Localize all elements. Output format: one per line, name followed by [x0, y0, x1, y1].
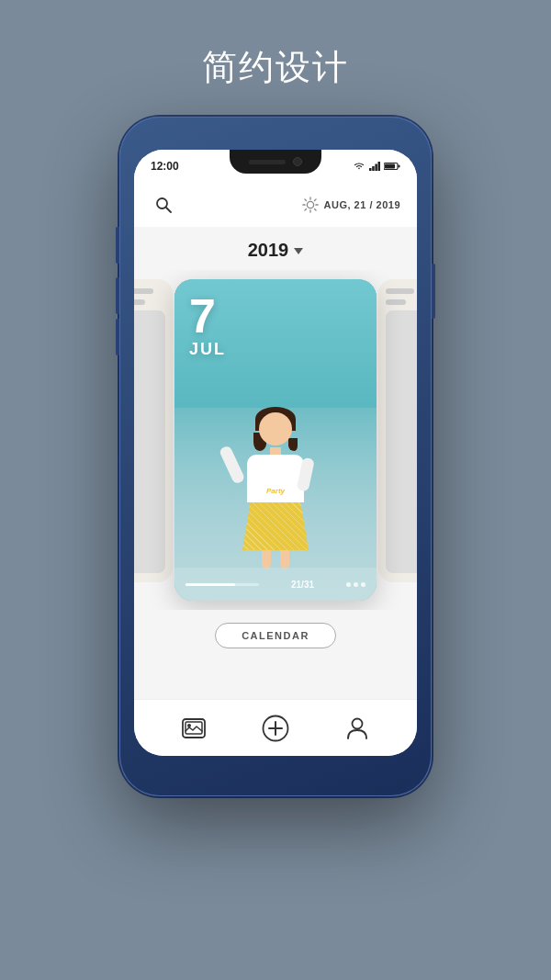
svg-line-15: [314, 209, 316, 211]
app-header: AUG, 21 / 2019: [134, 183, 417, 227]
svg-line-8: [166, 208, 171, 212]
card-date-overlay: 7 JUL: [189, 292, 226, 359]
wifi-icon: [353, 162, 365, 171]
svg-rect-1: [372, 166, 375, 171]
calendar-btn-wrap: CALENDAR: [215, 623, 336, 648]
year-label: 2019: [248, 240, 289, 261]
shirt-text: Party: [266, 487, 285, 495]
card-bottom-bar: 21/31: [174, 568, 377, 601]
add-icon: [262, 715, 289, 742]
peek-image: [386, 310, 417, 573]
search-button[interactable]: [151, 192, 176, 218]
svg-line-16: [314, 199, 316, 201]
profile-nav-button[interactable]: [337, 708, 377, 749]
card-page-count: 21/31: [291, 580, 314, 590]
svg-rect-2: [375, 164, 377, 172]
peek-line: [134, 288, 153, 294]
signal-icon: [369, 162, 380, 171]
svg-rect-0: [369, 168, 372, 171]
card-peek-left[interactable]: [134, 279, 173, 582]
notch: [230, 150, 321, 174]
card-progress-bar: [186, 583, 259, 586]
card-progress-fill: [186, 583, 235, 586]
status-time: 12:00: [151, 160, 179, 173]
header-date-section: AUG, 21 / 2019: [302, 197, 400, 213]
svg-line-14: [304, 199, 306, 201]
gallery-icon: [182, 718, 206, 738]
card-day-number: 7: [189, 292, 226, 340]
card-dot: [361, 582, 365, 587]
svg-point-9: [307, 201, 313, 208]
card-dot: [354, 582, 358, 587]
phone-screen: 12:00: [134, 150, 417, 756]
sun-icon: [302, 197, 319, 213]
app-content: 2019: [134, 227, 417, 699]
add-nav-button[interactable]: [255, 708, 296, 749]
person-icon: [346, 716, 368, 740]
svg-point-7: [157, 198, 167, 208]
search-icon: [154, 196, 173, 214]
card-peek-right[interactable]: [378, 279, 417, 582]
header-date: AUG, 21 / 2019: [324, 199, 400, 210]
status-icons: [353, 162, 400, 171]
svg-rect-6: [385, 164, 395, 169]
cards-area: Party: [134, 270, 417, 610]
year-selector[interactable]: 2019: [248, 240, 304, 261]
notch-camera: [293, 157, 302, 166]
peek-line: [386, 299, 406, 305]
notch-speaker: [249, 160, 286, 164]
bottom-nav: [134, 699, 417, 756]
svg-line-17: [304, 209, 306, 211]
svg-point-24: [353, 718, 363, 728]
chevron-down-icon: [294, 248, 303, 254]
gallery-nav-button[interactable]: [174, 708, 214, 749]
page-title: 简约设计: [202, 44, 349, 91]
svg-rect-3: [378, 162, 381, 171]
main-card[interactable]: Party: [174, 279, 377, 601]
battery-icon: [384, 162, 400, 171]
peek-image: [134, 310, 165, 573]
peek-line: [134, 299, 145, 305]
svg-rect-5: [399, 165, 400, 168]
phone-shell: 12:00: [119, 117, 432, 796]
card-dot: [346, 582, 351, 587]
card-month: JUL: [189, 340, 226, 359]
card-dots: [346, 582, 365, 587]
calendar-button[interactable]: CALENDAR: [215, 623, 336, 648]
peek-line: [386, 288, 414, 294]
